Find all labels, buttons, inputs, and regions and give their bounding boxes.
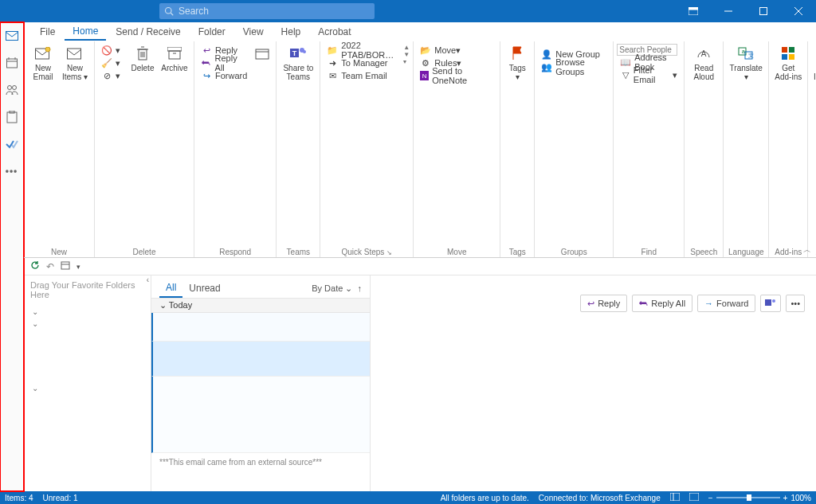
rail-mail-icon[interactable] <box>3 27 21 45</box>
svg-rect-15 <box>7 112 17 123</box>
message-item[interactable] <box>151 377 370 453</box>
quicksteps-more[interactable]: ▾ <box>403 58 410 65</box>
rail-todo-icon[interactable] <box>3 135 21 153</box>
nav-collapse-button[interactable]: ‹ <box>147 275 149 284</box>
move-button[interactable]: 📂Move ▾ <box>417 44 496 57</box>
delete-icon <box>137 45 148 62</box>
meeting-icon <box>255 45 269 62</box>
reading-more-button[interactable]: ••• <box>786 295 805 312</box>
view-normal-button[interactable] <box>670 493 680 502</box>
reading-reply-all-button[interactable]: ⮪Reply All <box>632 295 692 312</box>
status-unread: Unread: 1 <box>43 494 78 502</box>
quick-more-button[interactable]: ▾ <box>76 263 80 271</box>
view-reading-button[interactable] <box>689 493 699 502</box>
rail-people-icon[interactable] <box>3 81 21 99</box>
search-box[interactable]: Search <box>159 3 375 19</box>
archive-button[interactable]: Archive <box>159 43 190 72</box>
zoom-level: 100% <box>790 494 811 502</box>
group-addins: Get Add-ins Add-ins <box>769 41 808 257</box>
cleanup-button[interactable]: 🧹▾ <box>98 57 124 69</box>
translate-icon: a文 <box>738 45 754 62</box>
quickstep-1[interactable]: 📁2022 PTAB/BOR… <box>324 44 403 57</box>
nav-folder-3[interactable]: ⌄ <box>24 384 151 393</box>
date-group-header[interactable]: ⌄ Today <box>151 298 370 313</box>
quicksteps-down[interactable]: ▼ <box>403 51 410 58</box>
ribbon-display-options[interactable] <box>676 0 711 22</box>
undo-button[interactable]: ↶ <box>46 261 54 272</box>
filter-email-button[interactable]: ▽Filter Email ▾ <box>617 68 681 81</box>
filter-icon: ▽ <box>620 69 630 80</box>
sort-button[interactable]: By Date ⌄ ↑ <box>312 283 362 294</box>
svg-rect-40 <box>782 47 787 53</box>
browse-groups-button[interactable]: 👥Browse Groups <box>538 61 610 73</box>
group-respond: ↩Reply ⮪Reply All ↪Forward Respond <box>194 41 277 257</box>
message-item-selected[interactable] <box>151 342 370 377</box>
tab-file[interactable]: File <box>32 24 63 40</box>
new-group-icon: 👤 <box>541 49 552 60</box>
meeting-button[interactable] <box>251 43 273 62</box>
teams-icon <box>765 298 776 309</box>
message-item[interactable] <box>151 313 370 342</box>
zoom-slider[interactable] <box>716 497 780 498</box>
svg-text:T: T <box>292 49 297 57</box>
get-addins-button[interactable]: Get Add-ins <box>772 43 804 81</box>
svg-rect-41 <box>789 47 794 53</box>
group-label: Add-ins <box>769 248 807 257</box>
reading-reply-button[interactable]: ↩Reply <box>580 295 627 312</box>
tab-acrobat[interactable]: Acrobat <box>310 24 359 40</box>
junk-button[interactable]: ⊘▾ <box>98 69 124 82</box>
group-label: Tags <box>500 248 534 257</box>
zoom-control[interactable]: − + 100% <box>708 494 811 502</box>
window-maximize[interactable] <box>746 0 781 22</box>
zoom-out-button[interactable]: − <box>708 494 713 502</box>
nav-folder-2[interactable]: ⌄ <box>24 319 151 328</box>
share-to-teams-button[interactable]: T Share to Teams <box>280 43 316 81</box>
svg-text:a: a <box>742 49 745 54</box>
group-label: Language <box>724 248 768 257</box>
quickstep-2[interactable]: ➜To Manager <box>324 57 403 69</box>
main-body: ‹ Drag Your Favorite Folders Here ⌄ ⌄ ⌄ … <box>0 275 816 491</box>
calendar-peek-button[interactable] <box>61 260 70 272</box>
window-minimize[interactable] <box>711 0 746 22</box>
reading-forward-button[interactable]: →Forward <box>697 295 755 312</box>
reading-teams-button[interactable] <box>760 295 781 312</box>
list-tab-unread[interactable]: Unread <box>182 279 226 297</box>
delete-button[interactable]: Delete <box>127 43 159 72</box>
tags-button[interactable]: Tags▾ <box>504 43 531 81</box>
reply-all-button[interactable]: ⮪Reply All <box>198 57 251 69</box>
translate-button[interactable]: a文 Translate▾ <box>727 43 765 81</box>
tab-view[interactable]: View <box>235 24 272 40</box>
send-onenote-button[interactable]: NSend to OneNote <box>417 69 496 82</box>
collapse-ribbon-button[interactable]: ︿ <box>803 244 811 256</box>
zoom-in-button[interactable]: + <box>783 494 788 502</box>
refresh-button[interactable] <box>30 260 40 272</box>
new-items-icon <box>67 45 83 62</box>
tab-help[interactable]: Help <box>273 24 309 40</box>
read-aloud-button[interactable]: A Read Aloud <box>688 43 720 81</box>
teams-icon: T <box>290 45 306 62</box>
list-tab-all[interactable]: All <box>159 279 182 298</box>
rail-more-icon[interactable]: ••• <box>3 162 21 180</box>
rail-calendar-icon[interactable] <box>3 54 21 72</box>
tab-send-receive[interactable]: Send / Receive <box>108 24 188 40</box>
new-email-button[interactable]: New Email <box>27 43 59 81</box>
quickstep-3[interactable]: ✉Team Email <box>324 69 403 82</box>
team-email-icon: ✉ <box>327 70 338 81</box>
ignore-button[interactable]: 🚫▾ <box>98 44 124 57</box>
junk-icon: ⊘ <box>101 70 112 81</box>
tab-folder[interactable]: Folder <box>190 24 233 40</box>
new-items-button[interactable]: New Items ▾ <box>59 43 91 81</box>
forward-button[interactable]: ↪Forward <box>198 69 251 82</box>
tab-home[interactable]: Home <box>65 23 106 41</box>
window-close[interactable] <box>781 0 816 22</box>
quick-access-row: ↶ ▾ <box>0 258 816 275</box>
svg-rect-8 <box>6 32 18 41</box>
viva-insights-button[interactable]: Viva Insights <box>811 43 816 81</box>
svg-rect-42 <box>782 54 787 60</box>
search-icon <box>164 6 174 16</box>
nav-folder-1[interactable]: ⌄ <box>24 307 151 316</box>
read-aloud-icon: A <box>696 45 712 62</box>
rail-tasks-icon[interactable] <box>3 108 21 126</box>
quicksteps-up[interactable]: ▲ <box>403 44 410 51</box>
reading-toolbar: ↩Reply ⮪Reply All →Forward ••• <box>580 295 805 312</box>
